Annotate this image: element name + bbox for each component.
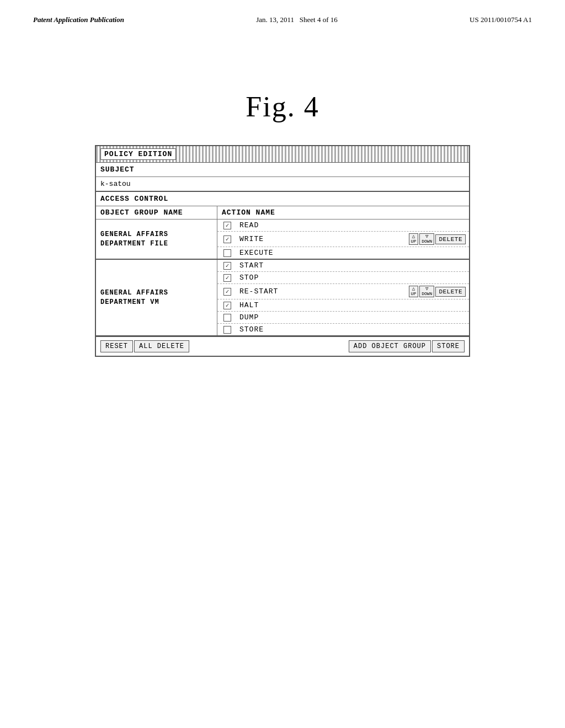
patent-number-label: US 2011/0010754 A1 [470,15,532,24]
action-write-label: WRITE [237,235,414,243]
policy-edition-dialog: POLICY EDITION SUBJECT k-satou ACCESS CO… [95,145,470,357]
checkbox-store-box[interactable] [223,326,231,334]
checkbox-store[interactable] [217,326,237,334]
checkbox-stop[interactable] [217,274,237,282]
down-button-1[interactable]: DOWN [419,233,434,245]
footer-left-buttons: RESET ALL DELETE [100,340,189,352]
reset-button[interactable]: RESET [100,340,133,352]
checkbox-write-box[interactable] [223,235,231,243]
updown-delete-controls-1: UP DOWN DELETE [409,233,466,245]
checkbox-start[interactable] [217,262,237,270]
up-label-1: UP [411,239,417,244]
up-button-2[interactable]: UP [409,286,419,297]
up-button-1[interactable]: UP [409,233,419,245]
dialog-footer: RESET ALL DELETE ADD OBJECT GROUP STORE [96,336,469,356]
side-controls-2: UP DOWN DELETE [414,286,469,297]
checkbox-restart[interactable] [217,288,237,296]
action-dump-label: DUMP [237,313,414,322]
action-execute-label: EXECUTE [237,249,414,257]
object-group-name-1: GENERAL AFFAIRSDEPARTMENT FILE [96,220,217,259]
up-label-2: UP [411,292,417,296]
access-control-label: ACCESS CONTROL [96,192,469,206]
column-headers: OBJECT GROUP NAME ACTION NAME [96,206,469,220]
checkbox-halt-box[interactable] [223,302,231,309]
footer-right-buttons: ADD OBJECT GROUP STORE [349,340,465,352]
delete-button-1[interactable]: DELETE [435,234,466,244]
dialog-titlebar: POLICY EDITION [96,146,469,163]
object-group-row-2: GENERAL AFFAIRSDEPARTMENT VM START STOP [96,260,469,336]
figure-title: Fig. 4 [0,90,565,123]
add-object-group-button[interactable]: ADD OBJECT GROUP [349,340,431,352]
publication-label: Patent Application Publication [33,15,124,24]
checkbox-stop-box[interactable] [223,274,231,282]
down-label-1: DOWN [422,239,432,244]
action-row-restart: RE-START UP DOWN DELETE [217,284,469,299]
subject-value: k-satou [96,177,469,192]
checkbox-dump[interactable] [217,314,237,322]
checkbox-read[interactable] [217,222,237,229]
action-row-read: READ [217,220,469,232]
checkbox-halt[interactable] [217,302,237,309]
action-row-stop: STOP [217,272,469,284]
updown-delete-controls-2: UP DOWN DELETE [409,286,466,297]
checkbox-write[interactable] [217,235,237,243]
action-row-store: STORE [217,324,469,335]
object-group-row: GENERAL AFFAIRSDEPARTMENT FILE READ WRIT… [96,220,469,260]
actions-cell-2: START STOP RE-START [217,260,469,335]
action-halt-label: HALT [237,301,414,309]
all-delete-button[interactable]: ALL DELETE [134,340,189,352]
action-read-label: READ [237,221,414,229]
action-row-halt: HALT [217,299,469,312]
action-stop-label: STOP [237,274,414,282]
checkbox-restart-box[interactable] [223,288,231,296]
object-group-name-2: GENERAL AFFAIRSDEPARTMENT VM [96,260,217,335]
checkbox-read-box[interactable] [223,222,231,229]
action-restart-label: RE-START [237,287,414,296]
action-store-label: STORE [237,325,414,334]
action-start-label: START [237,261,414,270]
down-label-2: DOWN [422,292,432,296]
side-controls-1: UP DOWN DELETE [414,233,469,245]
store-button[interactable]: STORE [432,340,465,352]
action-row-execute: EXECUTE [217,247,469,259]
col-action-header: ACTION NAME [217,206,469,219]
checkbox-dump-box[interactable] [223,314,231,322]
checkbox-execute-box[interactable] [223,249,231,257]
down-button-2[interactable]: DOWN [419,286,434,297]
date-sheet-label: Jan. 13, 2011 Sheet 4 of 16 [256,15,338,24]
dialog-title-label: POLICY EDITION [100,148,176,160]
action-row-write: WRITE UP DOWN DELETE [217,232,469,247]
action-row-start: START [217,260,469,272]
checkbox-execute[interactable] [217,249,237,257]
checkbox-start-box[interactable] [223,262,231,270]
action-row-dump: DUMP [217,312,469,324]
col-object-header: OBJECT GROUP NAME [96,206,217,219]
page-header: Patent Application Publication Jan. 13, … [0,0,565,24]
actions-cell-1: READ WRITE UP DO [217,220,469,259]
subject-label: SUBJECT [96,163,469,177]
delete-button-2[interactable]: DELETE [435,287,466,297]
